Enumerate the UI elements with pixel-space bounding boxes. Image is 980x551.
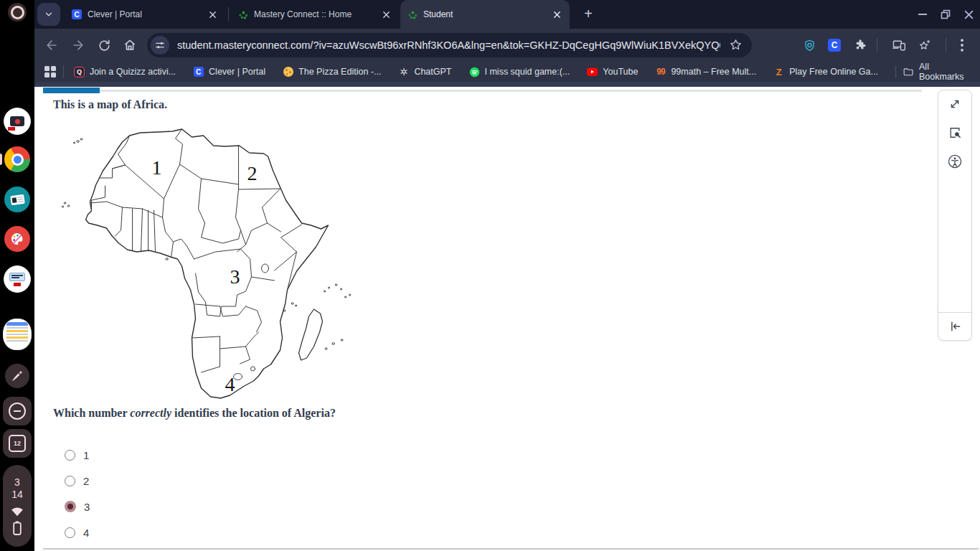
radio-option-1[interactable] — [65, 450, 75, 461]
spotify-icon — [469, 67, 480, 77]
bookmark-99math[interactable]: 99 99math – Free Mult... — [655, 67, 756, 77]
zoom-page-icon[interactable] — [946, 123, 964, 142]
status-tray[interactable]: 3 14 — [3, 465, 32, 547]
progress-bar-track — [43, 90, 922, 92]
wifi-icon — [10, 506, 24, 517]
clever-extension-icon[interactable]: C — [826, 37, 843, 54]
apps-grid-icon[interactable] — [44, 66, 56, 77]
africa-map-number-4: 4 — [225, 373, 235, 395]
chevron-down-icon — [44, 9, 54, 19]
system-shelf: 12 3 14 — [0, 0, 34, 551]
radio-option-3[interactable] — [65, 501, 76, 512]
toolbar-separator — [877, 38, 877, 52]
bookmark-quizizz[interactable]: Q Join a Quizizz activi... — [74, 67, 176, 77]
answer-option-row[interactable]: 1 — [65, 448, 89, 462]
tab-strip: C Clever | Portal Mastery Connect :: Hom… — [34, 0, 980, 29]
accessibility-icon[interactable] — [946, 152, 964, 171]
bookmark-pizza-edition[interactable]: The Pizza Edition -... — [283, 67, 381, 77]
close-window-button[interactable] — [958, 4, 979, 24]
home-button[interactable] — [121, 37, 138, 54]
security-shield-extension-icon[interactable] — [801, 37, 818, 54]
tab-title: Clever | Portal — [88, 9, 201, 19]
bookmark-play-free-online-games[interactable]: Z Play Free Online Ga... — [773, 67, 878, 77]
radio-option-4[interactable] — [65, 527, 75, 538]
browser-toolbar: student.masteryconnect.com/?iv=azuWscwBt… — [34, 29, 980, 62]
bookmark-youtube[interactable]: YouTube — [587, 67, 638, 77]
calendar-day: 12 — [14, 440, 21, 447]
bookmark-label: Clever | Portal — [209, 67, 265, 77]
education-player-app-icon[interactable] — [4, 108, 31, 135]
battery-icon — [13, 521, 22, 535]
africa-map-number-2: 2 — [248, 162, 258, 184]
address-bar[interactable]: student.masteryconnect.com/?iv=azuWscwBt… — [147, 33, 752, 57]
answer-option-row[interactable]: 4 — [65, 525, 89, 540]
option-label: 1 — [83, 449, 89, 461]
tab-clever-portal[interactable]: C Clever | Portal — [65, 0, 225, 29]
minimize-button[interactable] — [913, 4, 933, 24]
profile-avatar[interactable] — [8, 3, 27, 22]
bookmark-label: YouTube — [603, 67, 638, 77]
paint-canvas-app-icon[interactable] — [4, 226, 30, 252]
bookmark-label: Join a Quizizz activi... — [90, 67, 176, 77]
tab-search-button[interactable] — [37, 3, 60, 26]
calendar-icon[interactable]: 12 — [3, 429, 32, 458]
quizizz-icon: Q — [74, 67, 85, 77]
africa-map-number-1: 1 — [152, 156, 162, 179]
stylus-tools-icon[interactable] — [5, 364, 29, 388]
clock-hour: 3 — [14, 476, 20, 489]
url-text[interactable]: student.masteryconnect.com/?iv=azuWscwBt… — [177, 33, 720, 57]
document-preview-icon[interactable] — [3, 319, 32, 350]
answer-option-row[interactable]: 3 — [65, 499, 90, 514]
bookmark-label: Play Free Online Ga... — [789, 67, 878, 77]
all-bookmarks-button[interactable]: All Bookmarks — [895, 62, 970, 82]
bookmark-spotify[interactable]: I miss squid game:(... — [469, 67, 570, 77]
youtube-icon — [587, 67, 598, 77]
reload-button[interactable] — [95, 37, 113, 54]
clever-favicon-icon: C — [72, 9, 82, 19]
tab-student-active[interactable]: Student — [400, 0, 570, 29]
radio-option-2[interactable] — [65, 476, 75, 486]
chrome-app-icon[interactable] — [4, 146, 30, 172]
favorites-star-icon[interactable] — [915, 37, 933, 54]
z-games-icon: Z — [773, 67, 784, 77]
page-header-strip — [34, 82, 980, 87]
assessment-content: This is a map of Africa. — [34, 87, 980, 551]
tab-title: Student — [423, 9, 545, 19]
bookmark-clever-portal[interactable]: C Clever | Portal — [193, 67, 265, 77]
do-not-disturb-icon[interactable] — [3, 397, 32, 425]
expand-icon[interactable] — [946, 95, 964, 113]
bookmark-chatgpt[interactable]: ChatGPT — [398, 67, 451, 77]
close-tab-icon[interactable] — [380, 9, 392, 20]
bookmarks-separator — [895, 65, 896, 78]
close-tab-icon[interactable] — [551, 9, 562, 20]
school-portal-app-icon[interactable] — [4, 265, 31, 293]
progress-bar-fill — [43, 88, 100, 93]
pizza-icon — [283, 67, 293, 77]
news-card-app-icon[interactable] — [4, 187, 30, 212]
panel-collapse-section — [938, 312, 971, 340]
back-button[interactable] — [43, 37, 60, 54]
site-settings-icon[interactable] — [151, 36, 169, 55]
bookmark-label: ChatGPT — [414, 67, 451, 77]
page-title: This is a map of Africa. — [53, 98, 167, 111]
clever-icon: C — [193, 67, 204, 77]
running-app-indicator — [0, 154, 2, 165]
tab-separator — [228, 7, 229, 22]
forward-button[interactable] — [70, 37, 87, 54]
answer-option-row[interactable]: 2 — [65, 474, 89, 488]
restore-button[interactable] — [936, 4, 956, 24]
collapse-panel-icon[interactable] — [948, 319, 962, 334]
devices-icon[interactable] — [890, 37, 908, 54]
clock-minute: 14 — [11, 489, 23, 501]
tab-mastery-connect-home[interactable]: Mastery Connect :: Home — [231, 0, 399, 29]
option-label: 3 — [84, 501, 90, 513]
bookmark-label: I miss squid game:(... — [485, 67, 570, 77]
section-divider — [43, 548, 979, 550]
extensions-puzzle-icon[interactable] — [852, 37, 869, 54]
bookmark-star-icon[interactable] — [729, 38, 743, 52]
browser-menu-icon[interactable] — [956, 37, 968, 54]
africa-map-image: 1 2 3 4 — [56, 123, 361, 399]
chatgpt-icon — [398, 67, 409, 77]
close-tab-icon[interactable] — [207, 9, 218, 20]
new-tab-button[interactable]: + — [580, 6, 597, 23]
